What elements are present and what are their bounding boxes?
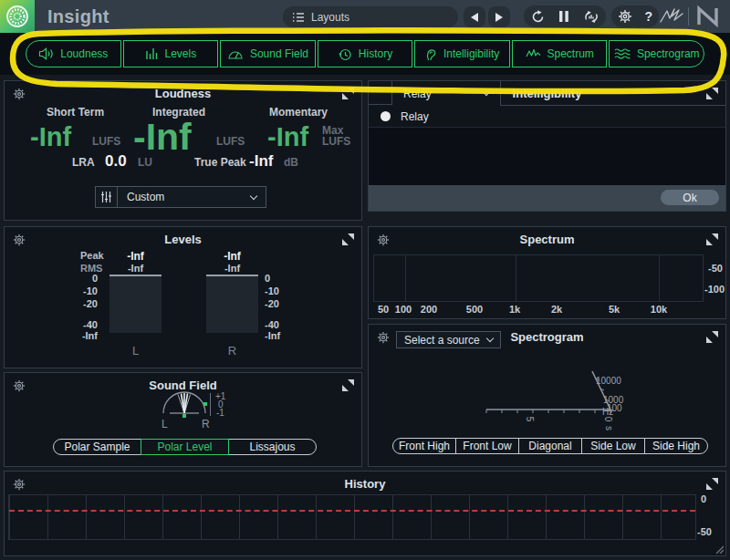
tab-spectrum[interactable]: Spectrum bbox=[512, 40, 608, 67]
polar-meter bbox=[159, 384, 214, 415]
true-peak-value: -Inf bbox=[249, 152, 273, 171]
scale-tick: -10 bbox=[265, 285, 279, 296]
preset-edit-button[interactable] bbox=[95, 186, 118, 208]
view-diagonal-button[interactable]: Diagonal bbox=[518, 438, 582, 454]
tab-sound-field[interactable]: Sound Field bbox=[220, 40, 316, 67]
freq-tick: 100 bbox=[395, 304, 412, 315]
tab-intelligibility[interactable]: Intelligibility bbox=[414, 40, 510, 67]
scale-tick: -Inf bbox=[265, 330, 280, 341]
ok-button[interactable]: Ok bbox=[661, 190, 719, 205]
view-front-low-button[interactable]: Front Low bbox=[455, 438, 519, 454]
freq-tick: 500 bbox=[466, 304, 483, 315]
preset-value: Custom bbox=[127, 191, 164, 203]
chevron-down-icon bbox=[250, 192, 257, 199]
db-tick: 0 bbox=[701, 493, 706, 504]
expand-icon[interactable] bbox=[706, 233, 718, 245]
time-axis-tick: 0 bbox=[603, 417, 613, 422]
relay-radio[interactable] bbox=[381, 111, 391, 121]
expand-icon[interactable] bbox=[706, 331, 718, 343]
resize-grip-icon[interactable] bbox=[714, 544, 724, 554]
spectrum-wave-icon bbox=[526, 48, 541, 59]
freq-axis-tick: 10000 bbox=[596, 376, 621, 386]
view-tabbar: Loudness Levels Sound Field History bbox=[0, 33, 730, 75]
left-rms-value: -Inf bbox=[110, 263, 162, 274]
right-peak-value: -Inf bbox=[206, 250, 258, 263]
tab-levels[interactable]: Levels bbox=[123, 40, 219, 67]
expand-icon[interactable] bbox=[706, 478, 718, 490]
momentary-value: -Inf bbox=[267, 122, 308, 152]
left-meter bbox=[110, 275, 162, 333]
scale-tick: -40 bbox=[83, 319, 98, 330]
scale-tick: -Inf bbox=[82, 330, 98, 341]
scale-tick: -20 bbox=[265, 298, 279, 309]
tab-label: Levels bbox=[165, 47, 197, 60]
left-peak-value: -Inf bbox=[110, 250, 162, 263]
loudness-panel: Loudness Short Term Integrated Momentary… bbox=[4, 80, 362, 221]
tab-history[interactable]: History bbox=[318, 40, 413, 67]
spectrum-plot bbox=[373, 254, 704, 302]
settings-gear-icon[interactable] bbox=[618, 9, 632, 24]
history-graph bbox=[8, 494, 696, 540]
true-peak-label: True Peak bbox=[194, 156, 246, 169]
relay-row[interactable]: Relay bbox=[369, 106, 725, 128]
view-side-low-button[interactable]: Side Low bbox=[581, 438, 645, 454]
settings-group: ? bbox=[611, 5, 659, 27]
freq-tick: 5k bbox=[609, 304, 620, 315]
tab-loudness[interactable]: Loudness bbox=[26, 40, 121, 67]
tab-label: Spectrum bbox=[548, 47, 594, 60]
help-icon[interactable]: ? bbox=[645, 9, 653, 24]
db-tick: -50 bbox=[697, 526, 712, 537]
integrated-value: -Inf bbox=[133, 116, 192, 159]
view-front-high-button[interactable]: Front High bbox=[392, 438, 456, 454]
expand-icon[interactable] bbox=[342, 88, 354, 99]
insight-logo bbox=[0, 0, 35, 33]
short-term-value: -Inf bbox=[30, 122, 71, 152]
right-arrow-icon bbox=[495, 13, 503, 22]
spectrogram-axes bbox=[483, 366, 620, 416]
loudness-preset-select[interactable]: Custom bbox=[117, 186, 266, 208]
swirl-icon bbox=[4, 3, 31, 30]
mode-polar-level-button[interactable]: Polar Level bbox=[141, 439, 229, 455]
db-tick: -50 bbox=[708, 263, 723, 274]
right-channel-label: R bbox=[206, 344, 258, 358]
scale-tick: -20 bbox=[83, 298, 98, 309]
freq-tick: 200 bbox=[421, 304, 437, 315]
mode-polar-sample-button[interactable]: Polar Sample bbox=[53, 439, 141, 455]
level-bars-icon bbox=[145, 47, 159, 60]
balance-tick: -1 bbox=[216, 408, 224, 418]
expand-icon[interactable] bbox=[342, 233, 354, 245]
list-icon bbox=[292, 11, 305, 24]
pause-icon[interactable] bbox=[558, 10, 569, 23]
waveform-scribble-icon[interactable] bbox=[659, 5, 684, 27]
transport-group bbox=[524, 5, 606, 27]
time-axis-tick: 5 bbox=[525, 417, 535, 422]
time-axis-unit: s bbox=[604, 426, 614, 430]
right-label: R bbox=[202, 418, 210, 430]
target-level-line bbox=[9, 510, 695, 512]
panel-title: Intelligibility bbox=[369, 87, 725, 100]
view-side-high-button[interactable]: Side High bbox=[644, 438, 708, 454]
scale-tick: -10 bbox=[83, 285, 98, 296]
freq-tick: 1k bbox=[509, 304, 520, 315]
layouts-dropdown[interactable]: Layouts bbox=[283, 6, 458, 27]
faders-icon bbox=[100, 191, 112, 203]
expand-icon[interactable] bbox=[706, 88, 718, 99]
prev-layout-button[interactable] bbox=[464, 6, 485, 27]
spectrogram-view-switch: Front High Front Low Diagonal Side Low S… bbox=[392, 438, 708, 454]
position-dot bbox=[182, 414, 186, 418]
freq-tick: 50 bbox=[378, 304, 389, 315]
panel-title: Levels bbox=[5, 233, 361, 246]
meters-reset-icon[interactable] bbox=[583, 9, 600, 25]
freq-tick: 10k bbox=[651, 304, 667, 315]
sound-field-mode-switch: Polar Sample Polar Level Lissajous bbox=[53, 439, 317, 455]
expand-icon[interactable] bbox=[342, 379, 354, 391]
tab-label: Loudness bbox=[60, 47, 108, 60]
next-layout-button[interactable] bbox=[488, 6, 510, 27]
scale-tick: -40 bbox=[265, 319, 279, 330]
tab-label: Spectrogram bbox=[637, 47, 700, 60]
sound-field-icon bbox=[227, 48, 244, 60]
mode-lissajous-button[interactable]: Lissajous bbox=[228, 439, 317, 455]
tab-spectrogram[interactable]: Spectrogram bbox=[609, 40, 704, 67]
scale-tick: 0 bbox=[92, 273, 98, 284]
reset-icon[interactable] bbox=[530, 9, 546, 25]
